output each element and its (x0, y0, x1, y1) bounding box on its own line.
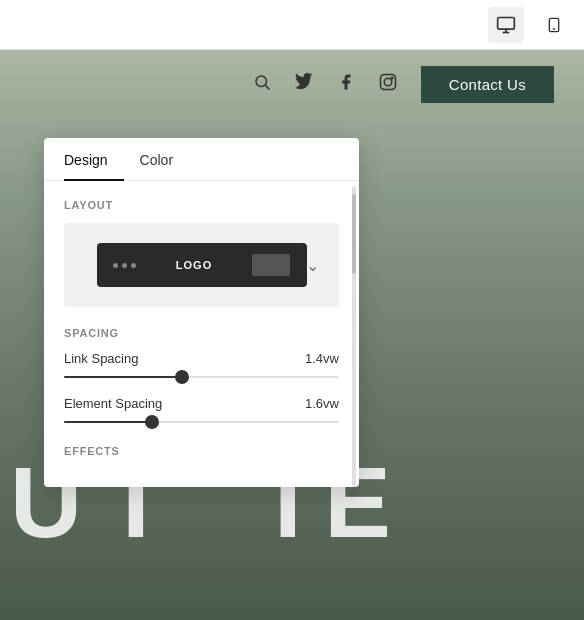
svg-line-6 (265, 85, 269, 89)
dot-2 (122, 263, 127, 268)
design-panel: Design Color Layout LOGO ⌄ SPACING (44, 138, 359, 487)
nav-btn-mock (252, 254, 290, 276)
panel-scrollbar[interactable] (352, 186, 356, 487)
toolbar (0, 0, 584, 50)
link-spacing-label: Link Spacing (64, 351, 138, 366)
element-spacing-thumb[interactable] (145, 415, 159, 429)
layout-section-label: Layout (64, 199, 339, 211)
svg-point-5 (256, 76, 267, 87)
element-spacing-fill (64, 421, 152, 423)
link-spacing-track[interactable] (64, 376, 339, 378)
layout-preview: LOGO ⌄ (64, 223, 339, 307)
element-spacing-track[interactable] (64, 421, 339, 423)
desktop-view-button[interactable] (488, 7, 524, 43)
svg-point-9 (391, 77, 393, 79)
svg-rect-7 (380, 74, 395, 89)
nav-layout-mockup[interactable]: LOGO (97, 243, 307, 287)
search-icon[interactable] (253, 73, 271, 96)
spacing-section: SPACING Link Spacing 1.4vw Element Spaci… (64, 327, 339, 423)
element-spacing-row: Element Spacing 1.6vw (64, 396, 339, 423)
layout-dropdown-icon[interactable]: ⌄ (306, 256, 319, 275)
tab-color[interactable]: Color (140, 138, 189, 180)
link-spacing-value: 1.4vw (305, 351, 339, 366)
effects-section-label: EFFECTS (64, 445, 339, 457)
mobile-view-button[interactable] (536, 7, 572, 43)
panel-tabs: Design Color (44, 138, 359, 181)
element-spacing-header: Element Spacing 1.6vw (64, 396, 339, 411)
tab-design[interactable]: Design (64, 138, 124, 180)
nav-bar: Contact Us (0, 50, 584, 118)
instagram-icon[interactable] (379, 73, 397, 96)
link-spacing-fill (64, 376, 182, 378)
svg-point-8 (384, 78, 392, 86)
dot-3 (131, 263, 136, 268)
dot-1 (113, 263, 118, 268)
link-spacing-header: Link Spacing 1.4vw (64, 351, 339, 366)
contact-us-button[interactable]: Contact Us (421, 66, 554, 103)
facebook-icon[interactable] (337, 73, 355, 96)
panel-body: Layout LOGO ⌄ SPACING Link Spacing 1.4vw (44, 181, 359, 487)
element-spacing-label: Element Spacing (64, 396, 162, 411)
link-spacing-row: Link Spacing 1.4vw (64, 351, 339, 378)
spacing-section-label: SPACING (64, 327, 339, 339)
panel-scrollbar-thumb[interactable] (352, 194, 356, 274)
nav-logo-label: LOGO (176, 259, 212, 271)
svg-rect-0 (498, 17, 515, 29)
link-spacing-thumb[interactable] (175, 370, 189, 384)
effects-section: EFFECTS (64, 441, 339, 457)
element-spacing-value: 1.6vw (305, 396, 339, 411)
twitter-icon[interactable] (295, 73, 313, 96)
nav-dots (113, 263, 136, 268)
